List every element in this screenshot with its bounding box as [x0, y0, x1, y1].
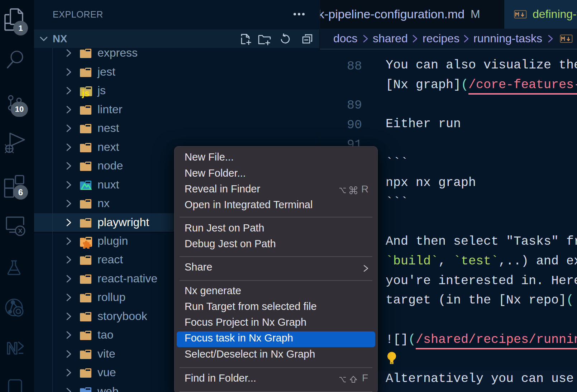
svg-text:js: js: [81, 88, 89, 98]
